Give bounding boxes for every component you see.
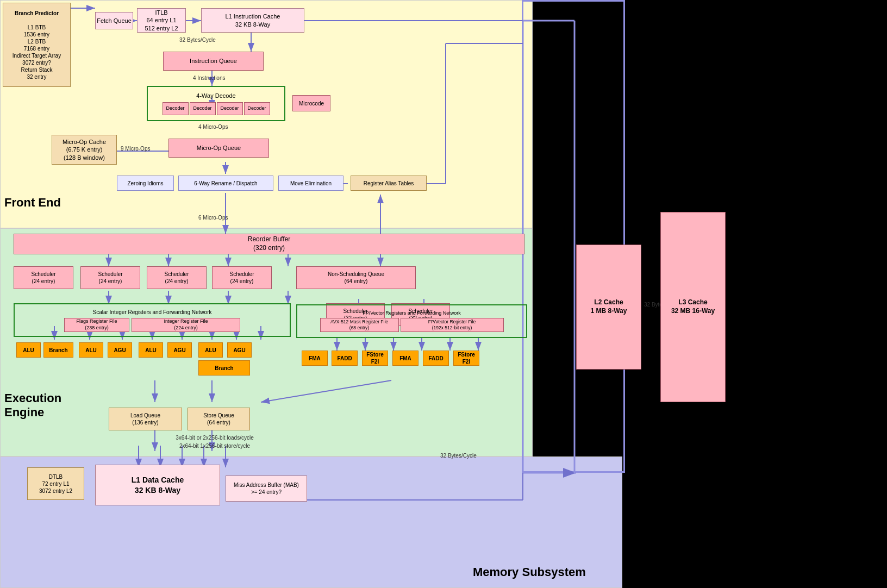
- micro-op-cache-box: Micro-Op Cache(6.75 K entry)(128 B windo…: [52, 135, 117, 165]
- micro-op-queue-box: Micro-Op Queue: [168, 139, 269, 158]
- stores-label: 2x64-bit 1x256-bit store/cycle: [155, 443, 274, 449]
- fetch-queue-box: Fetch Queue: [95, 12, 133, 29]
- nine-micro-ops-label: 9 Micro-Ops: [121, 146, 150, 152]
- alu4-box: ALU: [198, 342, 223, 358]
- loads-label: 3x64-bit or 2x256-bit loads/cycle: [155, 435, 274, 441]
- fstore2-box: FStoreF2I: [453, 351, 479, 366]
- front-end-label: Front End: [4, 196, 61, 210]
- non-scheduling-queue-box: Non-Scheduling Queue(64 entry): [296, 266, 416, 289]
- miss-addr-buf-box: Miss Address Buffer (MAB)>= 24 entry?: [226, 476, 307, 502]
- agu1-box: AGU: [108, 342, 132, 358]
- l1-dcache-box: L1 Data Cache32 KB 8-Way: [95, 465, 220, 505]
- branch-predictor-box: Branch Predictor L1 BTB1536 entry L2 BTB…: [3, 3, 71, 87]
- load-queue-box: Load Queue(136 entry): [109, 408, 182, 430]
- four-way-decode-box: 4-Way Decode Decoder Decoder Decoder Dec…: [147, 86, 285, 121]
- cache-path-border: [522, 0, 625, 473]
- scheduler2-box: Scheduler(24 entry): [80, 266, 140, 289]
- scheduler1-box: Scheduler(24 entry): [14, 266, 73, 289]
- l2-l3-bytes-label: 32 Byte: [644, 302, 663, 308]
- six-micro-ops-label: 6 Micro-Ops: [198, 215, 228, 221]
- reorder-buffer-box: Reorder Buffer(320 entry): [14, 234, 524, 254]
- store-queue-box: Store Queue(64 entry): [188, 408, 250, 430]
- l2-cache-box: L2 Cache1 MB 8-Way: [576, 245, 641, 370]
- zeroing-idioms-box: Zeroing Idioms: [117, 176, 174, 191]
- rename-dispatch-box: 6-Way Rename / Dispatch: [178, 176, 273, 191]
- move-elimination-box: Move Elimination: [278, 176, 343, 191]
- four-micro-ops-label: 4 Micro-Ops: [198, 124, 228, 130]
- alu2-box: ALU: [79, 342, 103, 358]
- branch2-box: Branch: [198, 360, 250, 376]
- fma2-box: FMA: [392, 351, 418, 366]
- fp-vector-regs-box: FP/Vector Registers and Forwarding Netwo…: [296, 304, 527, 338]
- memory-subsystem-label: Memory Subsystem: [473, 565, 586, 579]
- alu1-box: ALU: [16, 342, 41, 358]
- scheduler3-box: Scheduler(24 entry): [147, 266, 207, 289]
- alu3-box: ALU: [139, 342, 163, 358]
- microcode-box: Microcode: [292, 95, 330, 111]
- bytes-cycle-bottom-label: 32 Bytes/Cycle: [440, 453, 477, 459]
- bytes-cycle-top-label: 32 Bytes/Cycle: [179, 37, 216, 43]
- four-instructions-label: 4 Instructions: [193, 75, 225, 81]
- agu2-box: AGU: [167, 342, 192, 358]
- l3-cache-box: L3 Cache32 MB 16-Way: [660, 212, 726, 402]
- scalar-int-regs-box: Scalar Integer Registers and Forwarding …: [14, 303, 291, 337]
- scheduler4-box: Scheduler(24 entry): [212, 266, 272, 289]
- main-container: Front End ExecutionEngine Memory Subsyst…: [0, 0, 887, 588]
- register-alias-box: Register Alias Tables: [351, 176, 427, 191]
- itlb-box: ITLB64 entry L1512 entry L2: [137, 8, 186, 33]
- fstore1-box: FStoreF2I: [362, 351, 388, 366]
- l1-icache-box: L1 Instruction Cache32 KB 8-Way: [201, 8, 304, 33]
- branch1-box: Branch: [43, 342, 73, 358]
- fma1-box: FMA: [302, 351, 328, 366]
- agu3-box: AGU: [227, 342, 252, 358]
- instruction-queue-box: Instruction Queue: [163, 52, 264, 71]
- execution-engine-label: ExecutionEngine: [4, 391, 61, 420]
- fadd2-box: FADD: [423, 351, 449, 366]
- dtlb-box: DTLB72 entry L13072 entry L2: [27, 467, 84, 500]
- fadd1-box: FADD: [332, 351, 358, 366]
